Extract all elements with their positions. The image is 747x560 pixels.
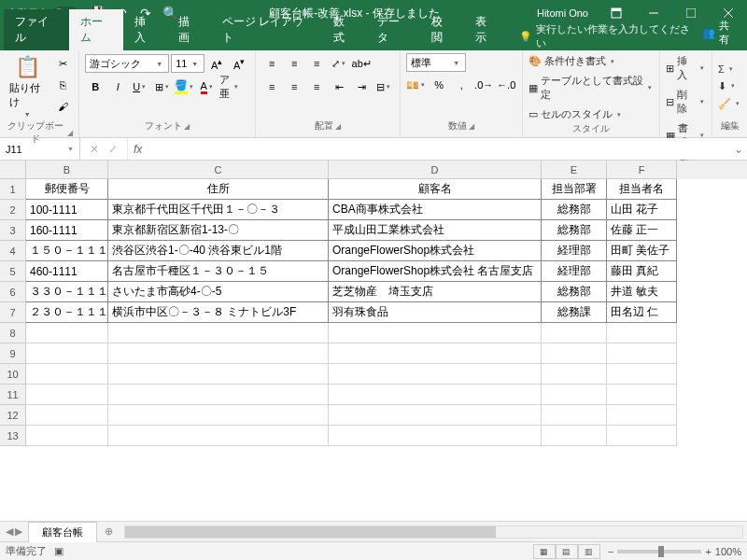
cell[interactable]: 山田 花子 [607, 200, 677, 220]
copy-button[interactable]: ⎘ [52, 75, 73, 95]
tab-home[interactable]: ホーム [69, 9, 123, 50]
column-header[interactable]: E [542, 161, 607, 179]
percent-button[interactable]: % [429, 75, 449, 95]
cell[interactable]: 田名辺 仁 [607, 302, 677, 323]
tab-file[interactable]: ファイル [4, 9, 69, 50]
cell[interactable]: CBA商事株式会社 [329, 200, 542, 220]
cell[interactable] [542, 323, 607, 343]
increase-decimal-button[interactable]: .0→ [473, 75, 494, 95]
decrease-decimal-button[interactable]: ←.0 [496, 75, 516, 95]
cell[interactable] [329, 426, 542, 446]
record-macro-button[interactable]: ▣ [54, 545, 63, 557]
cell[interactable]: 460-1111 [26, 261, 108, 282]
row-header[interactable]: 5 [0, 261, 26, 282]
cell[interactable]: 担当部署 [542, 179, 607, 200]
cell[interactable]: 経理部 [542, 261, 607, 282]
cell[interactable] [108, 364, 329, 385]
cut-button[interactable]: ✂ [52, 53, 73, 74]
autosum-button[interactable]: Σ▾ [718, 63, 741, 76]
tab-formulas[interactable]: 数式 [322, 9, 366, 50]
cell[interactable] [26, 323, 108, 343]
align-center-button[interactable]: ≡ [284, 77, 304, 97]
cell[interactable] [607, 323, 677, 343]
zoom-out-button[interactable]: − [608, 546, 613, 557]
zoom-slider[interactable] [617, 550, 701, 553]
cell[interactable]: 横浜市中区〇－３－８ ミナトビル3F [108, 302, 329, 323]
decrease-indent-button[interactable]: ⇤ [329, 77, 349, 97]
tab-data[interactable]: データ [366, 9, 420, 50]
accounting-button[interactable]: 💴▾ [406, 75, 427, 95]
cell[interactable]: 渋谷区渋谷1-〇-40 渋谷東ビル1階 [108, 241, 329, 261]
dialog-launcher-icon[interactable]: ◢ [67, 129, 73, 137]
cell[interactable]: OrangeFlowerShop株式会社 [329, 241, 542, 261]
cell-styles-button[interactable]: ▭セルのスタイル▾ [529, 106, 654, 122]
tab-view[interactable]: 表示 [464, 9, 508, 50]
cell[interactable] [542, 405, 607, 426]
page-break-view-button[interactable]: ▥ [578, 544, 600, 559]
bold-button[interactable]: B [85, 77, 106, 97]
cell[interactable]: さいたま市高砂4-〇-5 [108, 282, 329, 302]
slider-knob[interactable] [658, 546, 664, 557]
cell[interactable]: 総務部 [542, 282, 607, 302]
font-color-button[interactable]: A▾ [197, 77, 218, 97]
scrollbar-thumb[interactable] [125, 526, 496, 538]
row-header[interactable]: 4 [0, 241, 26, 261]
row-header[interactable]: 8 [0, 323, 26, 343]
sheet-prev-button[interactable]: ◀ [6, 525, 13, 538]
cell[interactable] [329, 385, 542, 405]
cell[interactable]: 総務課 [542, 302, 607, 323]
cell[interactable] [26, 405, 108, 426]
cell[interactable]: 藤田 真紀 [607, 261, 677, 282]
cell[interactable]: 平成山田工業株式会社 [329, 220, 542, 241]
spreadsheet-grid[interactable]: BCDEF 12345678910111213 郵便番号住所顧客名担当部署担当者… [0, 161, 747, 521]
cell[interactable]: 東京都千代田区千代田１－〇－３ [108, 200, 329, 220]
insert-cells-button[interactable]: ⊞挿入▾ [666, 53, 706, 83]
fx-label[interactable]: fx [128, 138, 148, 160]
new-sheet-button[interactable]: ⊕ [97, 525, 120, 538]
cell[interactable] [26, 343, 108, 364]
cell[interactable] [26, 385, 108, 405]
cell[interactable] [607, 364, 677, 385]
row-header[interactable]: 2 [0, 200, 26, 220]
cell[interactable] [329, 323, 542, 343]
normal-view-button[interactable]: ▦ [533, 544, 556, 559]
border-button[interactable]: ⊞▾ [152, 77, 173, 97]
orientation-button[interactable]: ⤢▾ [329, 53, 349, 74]
cell[interactable] [26, 426, 108, 446]
formula-input[interactable] [148, 138, 730, 160]
fill-color-button[interactable]: 🪣▾ [175, 77, 195, 97]
cell[interactable]: 羽有珠食品 [329, 302, 542, 323]
increase-font-button[interactable]: A▴ [206, 53, 227, 74]
tab-draw[interactable]: 描画 [167, 9, 211, 50]
cell[interactable] [329, 364, 542, 385]
expand-formula-bar-button[interactable]: ⌄ [730, 138, 747, 160]
row-header[interactable]: 10 [0, 364, 26, 385]
sheet-next-button[interactable]: ▶ [15, 525, 22, 538]
column-header[interactable]: F [607, 161, 677, 179]
cell[interactable]: 顧客名 [329, 179, 542, 200]
cell[interactable] [542, 426, 607, 446]
cell[interactable] [329, 343, 542, 364]
cell[interactable]: １５０－１１１１ [26, 241, 108, 261]
cell[interactable]: OrangeFlowerShop株式会社 名古屋支店 [329, 261, 542, 282]
sheet-tab[interactable]: 顧客台帳 [28, 522, 97, 542]
paste-button[interactable]: 📋 貼り付け ▼ [6, 53, 49, 119]
cell[interactable]: 東京都新宿区新宿1-13-〇 [108, 220, 329, 241]
align-middle-button[interactable]: ≡ [284, 53, 304, 74]
user-name[interactable]: Hitomi Ono [528, 7, 598, 19]
clear-button[interactable]: 🧹▾ [718, 97, 741, 111]
cell[interactable] [542, 343, 607, 364]
row-header[interactable]: 12 [0, 405, 26, 426]
cell[interactable] [607, 343, 677, 364]
align-top-button[interactable]: ≡ [261, 53, 282, 74]
decrease-font-button[interactable]: A▾ [229, 53, 249, 74]
cell[interactable]: ３３０－１１１１ [26, 282, 108, 302]
cell[interactable] [542, 364, 607, 385]
align-bottom-button[interactable]: ≡ [306, 53, 327, 74]
row-header[interactable]: 9 [0, 343, 26, 364]
row-header[interactable]: 1 [0, 179, 26, 200]
tell-me-search[interactable]: 💡 実行したい作業を入力してください [519, 22, 692, 50]
cell[interactable] [108, 323, 329, 343]
cell[interactable]: 経理部 [542, 241, 607, 261]
merge-button[interactable]: ⊟▾ [374, 77, 394, 97]
